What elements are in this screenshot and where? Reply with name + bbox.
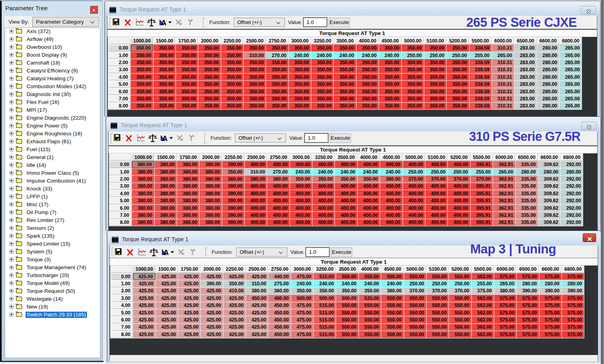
svg-text:A: A — [162, 134, 168, 142]
svg-text:A: A — [163, 248, 169, 256]
svg-text:A: A — [161, 18, 166, 26]
